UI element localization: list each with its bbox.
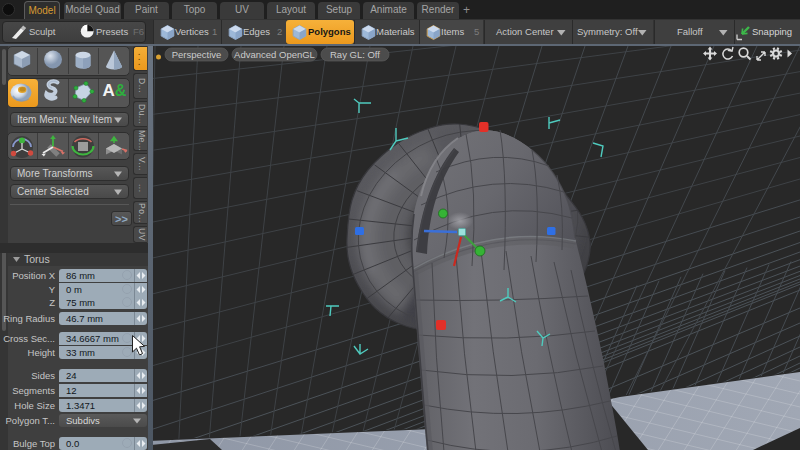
svg-text:Advanced OpenGL: Advanced OpenGL: [234, 49, 315, 60]
svg-text:Ray GL: Off: Ray GL: Off: [330, 49, 380, 60]
svg-text:Perspective: Perspective: [172, 49, 222, 60]
